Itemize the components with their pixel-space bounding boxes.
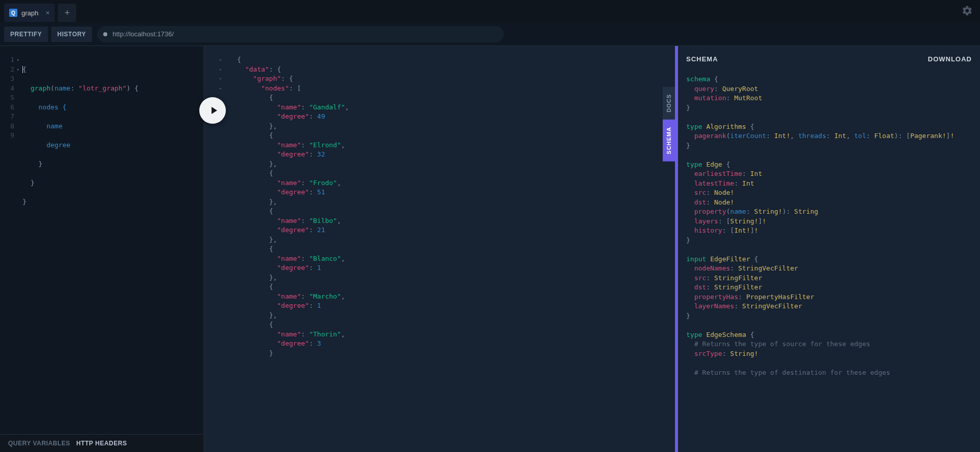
docs-tab[interactable]: DOCS <box>663 87 675 120</box>
history-button[interactable]: HISTORY <box>51 27 92 42</box>
schema-tab[interactable]: SCHEMA <box>663 120 675 162</box>
close-icon[interactable]: × <box>45 9 50 17</box>
play-icon <box>207 104 220 117</box>
tab-http-headers[interactable]: HTTP HEADERS <box>76 440 127 447</box>
line-gutter: 123456789 <box>0 55 15 434</box>
tab-title: graph <box>21 9 38 17</box>
schema-panel: SCHEMA DOWNLOAD schema { query: QueryRoo… <box>675 46 980 452</box>
field-degree: degree <box>46 141 71 149</box>
gear-icon[interactable] <box>962 10 973 18</box>
editor-tab[interactable]: Q graph × <box>4 4 55 22</box>
endpoint-bar <box>97 26 504 42</box>
arg-value: "lotr_graph" <box>79 84 127 92</box>
brace-close: } <box>22 198 27 206</box>
query-editor-pane: 123456789 { graph(name: "lotr_graph") { … <box>0 46 206 452</box>
brace: ) { <box>127 84 138 92</box>
result-json[interactable]: { "data": { "graph": { "nodes": [ { "nam… <box>206 46 675 358</box>
query-root-field: graph <box>31 84 51 92</box>
new-tab-button[interactable]: + <box>58 4 76 22</box>
brace-open: { <box>22 65 27 73</box>
brace-close: } <box>31 179 35 187</box>
execute-button[interactable] <box>199 97 226 124</box>
window-titlebar: Q graph × + <box>0 0 980 22</box>
toolbar: PRETTIFY HISTORY <box>0 22 980 46</box>
result-pane: ▾▾▾▾ { "data": { "graph": { "nodes": [ {… <box>206 46 675 452</box>
editor-bottom-tabs: QUERY VARIABLES HTTP HEADERS <box>0 434 203 452</box>
field-name: name <box>46 122 62 130</box>
schema-panel-title: SCHEMA <box>686 55 718 63</box>
brace-close: } <box>38 160 42 168</box>
query-editor[interactable]: 123456789 { graph(name: "lotr_graph") { … <box>0 46 203 434</box>
field-nodes: nodes { <box>38 103 66 111</box>
query-code[interactable]: { graph(name: "lotr_graph") { nodes { na… <box>15 55 138 434</box>
prettify-button[interactable]: PRETTIFY <box>4 27 48 42</box>
endpoint-input[interactable] <box>112 30 498 38</box>
schema-sdl[interactable]: schema { query: QueryRoot mutation: MutR… <box>678 72 980 452</box>
tab-type-icon: Q <box>9 9 17 17</box>
tab-query-variables[interactable]: QUERY VARIABLES <box>8 440 70 447</box>
download-button[interactable]: DOWNLOAD <box>928 55 972 63</box>
endpoint-status-icon <box>103 32 107 36</box>
arg-name: name <box>55 84 71 92</box>
